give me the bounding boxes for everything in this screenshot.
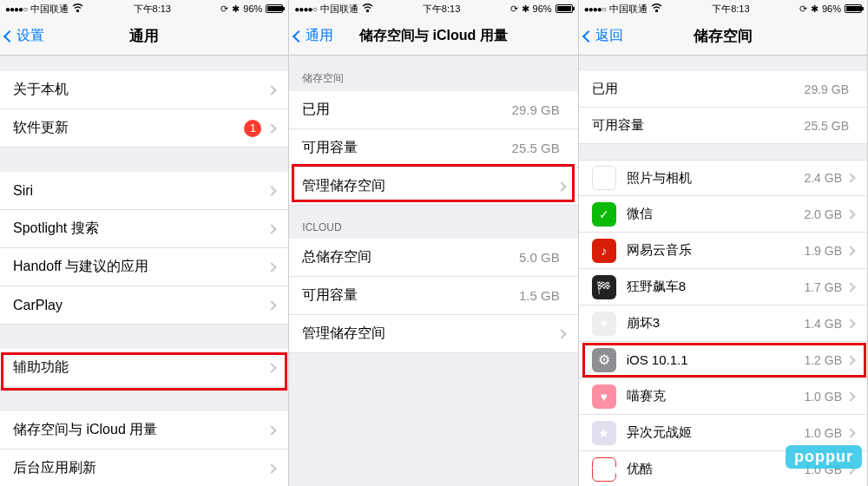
- app-icon: youku: [592, 457, 616, 482]
- bluetooth-icon: ✱: [232, 3, 240, 15]
- chevron-left-icon: [582, 30, 595, 42]
- chevron-right-icon: [267, 300, 277, 310]
- app-icon: ♪: [592, 239, 616, 263]
- chevron-right-icon: [556, 181, 566, 191]
- app-storage-list: 已用 29.9 GB 可用容量 25.5 GB ❀照片与相机2.4 GB✓微信2…: [579, 56, 867, 486]
- chevron-right-icon: [845, 391, 855, 401]
- wifi-icon: [651, 3, 662, 14]
- row-manage-storage[interactable]: 管理储存空间: [289, 167, 577, 206]
- chevron-right-icon: [556, 329, 566, 338]
- row-carplay[interactable]: CarPlay: [0, 286, 288, 325]
- row-background-refresh[interactable]: 后台应用刷新: [0, 450, 288, 486]
- watermark: poppur: [786, 445, 862, 469]
- app-size: 1.9 GB: [804, 244, 842, 258]
- battery-icon: [845, 4, 862, 13]
- app-size: 1.0 GB: [804, 426, 842, 440]
- row-icloud-available: 可用容量 1.5 GB: [289, 277, 577, 315]
- clock-label: 下午8:13: [712, 3, 749, 16]
- signal-icon: ●●●●○: [584, 4, 606, 14]
- app-row[interactable]: ❀照片与相机2.4 GB: [579, 160, 867, 196]
- bluetooth-icon: ✱: [811, 3, 819, 15]
- app-name: 照片与相机: [627, 170, 805, 187]
- back-label: 通用: [306, 27, 333, 45]
- screen-storage-icloud: ●●●●○ 中国联通 下午8:13 ⟳ ✱ 96% 通用 储存空间与 iClou…: [289, 0, 578, 486]
- page-title: 储存空间与 iCloud 用量: [359, 27, 508, 45]
- row-siri[interactable]: Siri: [0, 172, 288, 210]
- chevron-right-icon: [845, 355, 855, 364]
- row-used: 已用 29.9 GB: [289, 91, 577, 129]
- page-title: 储存空间: [694, 26, 753, 46]
- app-icon: 🏁: [592, 275, 616, 299]
- app-name: 微信: [627, 206, 805, 222]
- chevron-right-icon: [267, 186, 277, 195]
- app-row[interactable]: ♪网易云音乐1.9 GB: [579, 233, 867, 269]
- group-header-storage: 储存空间: [289, 56, 577, 91]
- app-name: 异次元战姬: [627, 424, 805, 441]
- back-label: 设置: [16, 27, 44, 45]
- back-button[interactable]: 设置: [5, 17, 44, 55]
- app-icon: ♥: [592, 384, 616, 409]
- app-row[interactable]: ♥喵赛克1.0 GB: [579, 378, 867, 415]
- back-button[interactable]: 返回: [584, 17, 623, 55]
- row-about[interactable]: 关于本机: [0, 71, 288, 109]
- rotation-lock-icon: ⟳: [510, 3, 518, 15]
- screen-general: ●●●●○ 中国联通 下午8:13 ⟳ ✱ 96% 设置 通用 关于本机 软件更…: [0, 0, 289, 486]
- nav-bar: 返回 储存空间: [579, 17, 867, 56]
- app-row[interactable]: 🏁狂野飙车81.7 GB: [579, 269, 867, 305]
- bluetooth-icon: ✱: [522, 3, 529, 15]
- row-icloud-manage[interactable]: 管理储存空间: [289, 315, 577, 353]
- wifi-icon: [72, 3, 83, 14]
- chevron-right-icon: [845, 246, 855, 255]
- chevron-right-icon: [267, 224, 277, 233]
- carrier-label: 中国联通: [320, 3, 358, 16]
- signal-icon: ●●●●○: [5, 4, 27, 14]
- signal-icon: ●●●●○: [294, 4, 316, 14]
- status-bar: ●●●●○ 中国联通 下午8:13 ⟳ ✱ 96%: [289, 0, 577, 17]
- chevron-right-icon: [845, 319, 855, 328]
- screen-storage-detail: ●●●●○ 中国联通 下午8:13 ⟳ ✱ 96% 返回 储存空间 已用 29.…: [579, 0, 868, 486]
- back-button[interactable]: 通用: [294, 17, 333, 55]
- nav-bar: 设置 通用: [0, 17, 288, 56]
- chevron-right-icon: [845, 173, 855, 182]
- app-icon: ❀: [592, 166, 616, 190]
- app-row[interactable]: ⚙iOS 10.1.11.2 GB: [579, 342, 867, 378]
- chevron-right-icon: [845, 209, 855, 219]
- app-name: 喵赛克: [627, 388, 805, 404]
- rotation-lock-icon: ⟳: [799, 3, 807, 15]
- battery-pct: 96%: [533, 3, 552, 14]
- row-spotlight[interactable]: Spotlight 搜索: [0, 210, 288, 248]
- row-available: 可用容量 25.5 GB: [289, 129, 577, 167]
- chevron-right-icon: [845, 282, 855, 292]
- row-available: 可用容量 25.5 GB: [579, 108, 867, 144]
- app-name: 优酷: [627, 461, 805, 477]
- row-accessibility[interactable]: 辅助功能: [0, 349, 288, 387]
- app-icon: ★: [592, 421, 616, 445]
- rotation-lock-icon: ⟳: [220, 3, 228, 15]
- status-bar: ●●●●○ 中国联通 下午8:13 ⟳ ✱ 96%: [579, 0, 867, 17]
- row-handoff[interactable]: Handoff 与建议的应用: [0, 248, 288, 286]
- nav-bar: 通用 储存空间与 iCloud 用量: [289, 17, 577, 56]
- chevron-right-icon: [267, 425, 277, 435]
- page-title: 通用: [129, 26, 159, 46]
- battery-icon: [266, 4, 283, 13]
- chevron-right-icon: [267, 262, 277, 272]
- chevron-left-icon: [3, 30, 16, 42]
- app-size: 1.2 GB: [804, 353, 842, 367]
- settings-list: 关于本机 软件更新 1 Siri Spotlight 搜索 Handoff 与建…: [0, 56, 288, 486]
- app-name: 崩坏3: [627, 315, 805, 332]
- storage-list: 储存空间 已用 29.9 GB 可用容量 25.5 GB 管理储存空间 ICLO…: [289, 56, 577, 353]
- app-name: iOS 10.1.1: [627, 352, 805, 367]
- battery-icon: [556, 4, 573, 13]
- wifi-icon: [362, 3, 373, 14]
- status-bar: ●●●●○ 中国联通 下午8:13 ⟳ ✱ 96%: [0, 0, 288, 17]
- chevron-right-icon: [845, 428, 855, 437]
- row-storage-icloud[interactable]: 储存空间与 iCloud 用量: [0, 411, 288, 450]
- clock-label: 下午8:13: [423, 3, 460, 16]
- app-row[interactable]: ✓微信2.0 GB: [579, 196, 867, 233]
- update-badge: 1: [244, 120, 261, 137]
- app-size: 1.7 GB: [804, 280, 842, 294]
- app-row[interactable]: ✦崩坏31.4 GB: [579, 305, 867, 342]
- group-header-icloud: ICLOUD: [289, 206, 577, 239]
- carrier-label: 中国联通: [609, 3, 648, 16]
- row-software-update[interactable]: 软件更新 1: [0, 109, 288, 148]
